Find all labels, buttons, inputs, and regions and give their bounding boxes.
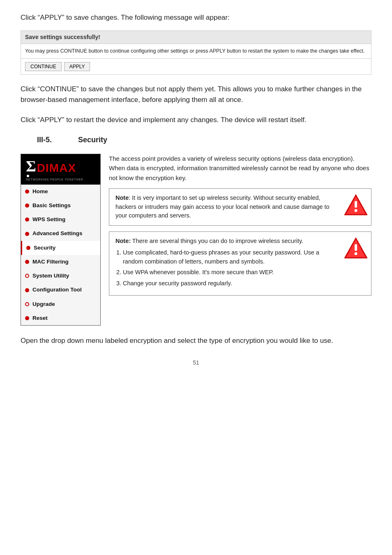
warning-icon-1: [344, 194, 365, 213]
save-settings-box: Save settings successfully! You may pres…: [21, 30, 371, 75]
sidebar-logo: Σ DIMAX NETWORKING PEOPLE TOGETHER: [21, 154, 100, 185]
note-2-body: There are several things you can do to i…: [131, 238, 303, 244]
note-2-text: Note: There are several things you can d…: [115, 237, 339, 290]
save-box-footer: CONTINUE APPLY: [21, 59, 371, 74]
paragraph-apply: Click “APPLY” to restart the device and …: [21, 115, 371, 125]
save-box-body: You may press CONTINUE button to continu…: [21, 44, 371, 59]
sidebar-item-wps-setting[interactable]: WPS Setting: [21, 213, 100, 227]
sidebar-dot-config: [25, 288, 29, 292]
sidebar-dot-basic: [25, 204, 29, 208]
sidebar-menu: Home Basic Settings WPS Setting Advanced…: [21, 185, 100, 326]
sidebar-item-upgrade[interactable]: Upgrade: [21, 297, 100, 311]
sidebar-dot-wps: [25, 217, 29, 222]
sidebar-dot-home: [25, 190, 29, 194]
security-intro: The access point provides a variety of w…: [109, 154, 371, 183]
sidebar-dot-advanced: [25, 232, 29, 236]
sidebar-label-security: Security: [34, 244, 55, 252]
sidebar-label-config: Configuration Tool: [32, 286, 82, 294]
note-1-text: Note: It is very important to set up wir…: [115, 194, 339, 220]
sidebar-item-security[interactable]: Security: [21, 241, 100, 255]
main-content: The access point provides a variety of w…: [109, 154, 371, 326]
sidebar-dot-reset: [25, 316, 29, 320]
note-list-item-1: Use complicated, hard-to-guess phrases a…: [123, 248, 339, 266]
section-title: Security: [78, 134, 107, 146]
sidebar-label-basic: Basic Settings: [32, 201, 71, 210]
continue-button[interactable]: CONTINUE: [25, 62, 62, 71]
sidebar-dot-mac: [25, 260, 29, 264]
note-box-2: Note: There are several things you can d…: [109, 231, 371, 296]
sidebar-dot-security: [26, 246, 30, 250]
content-area: Σ DIMAX NETWORKING PEOPLE TOGETHER Home …: [21, 154, 371, 326]
sidebar-label-home: Home: [32, 187, 48, 196]
note-list-item-2: Use WPA whenever possible. It's more sec…: [123, 268, 339, 277]
sidebar-item-mac-filtering[interactable]: MAC Filtering: [21, 255, 100, 269]
note-list-item-3: Change your security password regularly.: [123, 279, 339, 288]
note-1-bold: Note: [115, 194, 129, 201]
svg-point-7: [355, 252, 357, 255]
svg-rect-2: [355, 201, 357, 208]
sidebar-label-advanced: Advanced Settings: [32, 229, 83, 238]
note-2-bold: Note:: [115, 238, 131, 244]
apply-button[interactable]: APPLY: [64, 62, 90, 71]
sidebar-item-advanced-settings[interactable]: Advanced Settings: [21, 227, 100, 240]
save-box-header: Save settings successfully!: [21, 31, 371, 44]
page-footer: 51: [21, 358, 371, 367]
sidebar-item-reset[interactable]: Reset: [21, 311, 100, 325]
sidebar-label-reset: Reset: [32, 314, 48, 322]
svg-rect-6: [355, 244, 357, 251]
warning-icon-2: [344, 237, 365, 257]
intro-paragraph: Click “APPLY” to save changes. The follo…: [21, 12, 371, 23]
sidebar-item-home[interactable]: Home: [21, 185, 100, 199]
section-heading: III-5. Security: [21, 134, 371, 146]
section-number: III-5.: [37, 134, 62, 146]
paragraph-continue: Click “CONTINUE” to save the changes but…: [21, 84, 371, 106]
note-box-1: Note: It is very important to set up wir…: [109, 188, 371, 226]
sidebar-item-basic-settings[interactable]: Basic Settings: [21, 199, 100, 213]
sidebar-label-mac: MAC Filtering: [32, 258, 69, 266]
note-1-body: : It is very important to set up wireles…: [115, 194, 330, 219]
svg-point-3: [355, 209, 357, 212]
sidebar-dot-system: [25, 274, 29, 278]
sidebar-dot-upgrade: [25, 302, 29, 306]
sidebar-label-wps: WPS Setting: [32, 215, 65, 224]
sidebar: Σ DIMAX NETWORKING PEOPLE TOGETHER Home …: [21, 154, 101, 326]
bottom-paragraph: Open the drop down menu labeled encrypti…: [21, 335, 371, 346]
sidebar-item-config-tool[interactable]: Configuration Tool: [21, 283, 100, 297]
sidebar-label-upgrade: Upgrade: [32, 300, 55, 308]
note-2-list: Use complicated, hard-to-guess phrases a…: [123, 248, 339, 288]
sidebar-label-system: System Utility: [32, 272, 69, 280]
page-number: 51: [193, 359, 199, 366]
logo-tagline: NETWORKING PEOPLE TOGETHER: [26, 178, 83, 182]
sidebar-item-system-utility[interactable]: System Utility: [21, 269, 100, 283]
